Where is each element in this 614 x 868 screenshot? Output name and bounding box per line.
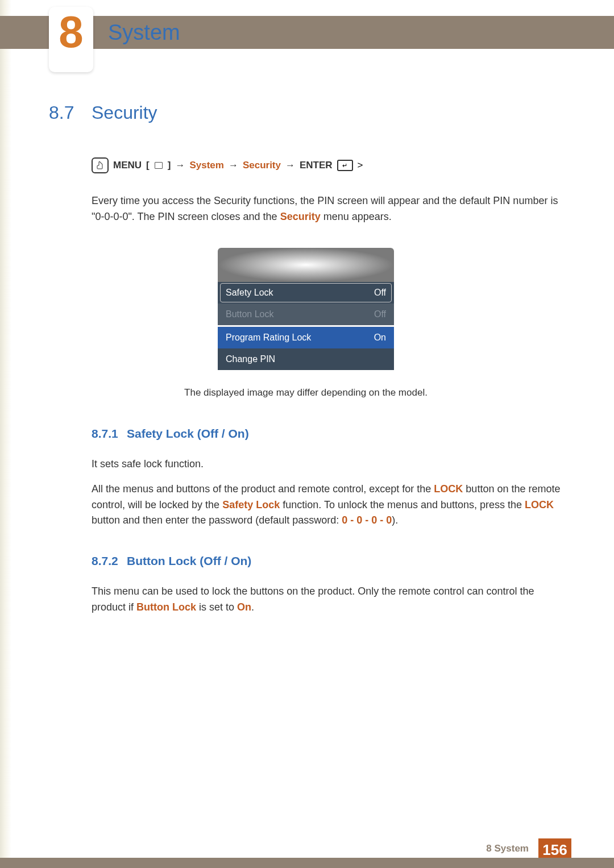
enter-icon: ↵ [337, 160, 353, 171]
accent-text: LOCK [434, 483, 463, 495]
accent-text: Button Lock [136, 601, 196, 613]
subsection-heading: 8.7.2Button Lock (Off / On) [92, 554, 563, 568]
menu-caption: The displayed image may differ depending… [49, 387, 563, 398]
accent-text: On [237, 601, 251, 613]
subsection-8-7-1: 8.7.1Safety Lock (Off / On)It sets safe … [92, 427, 563, 529]
accent-text: 0 - 0 - 0 - 0 [342, 514, 392, 526]
breadcrumb-arrow-3: → [285, 160, 295, 171]
intro-suffix: menu appears. [321, 211, 392, 222]
chapter-title: System [108, 20, 180, 45]
menu-item-label: Program Rating Lock [226, 333, 311, 343]
breadcrumb-arrow-2: → [229, 160, 238, 171]
content-area: 8.7 Security MENU [ ] → System → Securit… [49, 102, 563, 641]
breadcrumb-enter: ENTER [300, 160, 333, 171]
menu-item-button-lock: Button LockOff [218, 304, 394, 325]
section-title: Security [92, 102, 157, 123]
menu-item-value: Off [374, 288, 386, 298]
intro-accent: Security [280, 211, 321, 222]
menu-item-value: Off [374, 309, 386, 319]
subsection-number: 8.7.2 [92, 554, 127, 568]
section-heading: 8.7 Security [49, 102, 563, 123]
subsection-paragraph: It sets safe lock function. [92, 456, 563, 472]
menu-item-label: Safety Lock [226, 288, 273, 298]
menu-item-label: Button Lock [226, 309, 274, 319]
breadcrumb-open-bracket: [ [146, 160, 150, 171]
footer-bar [0, 858, 614, 868]
intro-paragraph: Every time you access the Security funct… [92, 193, 563, 225]
subsection-title: Safety Lock (Off / On) [127, 427, 249, 441]
accent-text: LOCK [525, 499, 554, 510]
breadcrumb-nav: MENU [ ] → System → Security → ENTER ↵ > [92, 157, 563, 173]
chapter-number: 8 [59, 10, 83, 54]
breadcrumb-gt: > [358, 160, 363, 171]
subsection-paragraph: All the menus and buttons of the product… [92, 481, 563, 529]
subsection-paragraph: This menu can be used to lock the button… [92, 584, 563, 616]
subsection-title: Button Lock (Off / On) [127, 554, 251, 568]
menu-glow [218, 248, 394, 282]
page-container: 8 System 8.7 Security MENU [ ] → System … [0, 0, 614, 868]
breadcrumb-system: System [189, 160, 223, 171]
menu-item-value: On [374, 333, 386, 343]
accent-text: Safety Lock [222, 499, 280, 510]
menu-item-program-rating-lock: Program Rating LockOn [218, 327, 394, 348]
footer-label: 8 System [486, 843, 529, 854]
breadcrumb-menu: MENU [113, 160, 142, 171]
menu-item-change-pin: Change PIN [218, 348, 394, 370]
breadcrumb-security: Security [243, 160, 281, 171]
menu-key-icon [155, 162, 163, 169]
chapter-tab: 8 [49, 7, 93, 72]
section-number: 8.7 [49, 102, 92, 123]
subsection-number: 8.7.1 [92, 427, 127, 441]
breadcrumb-close-bracket: ] [168, 160, 171, 171]
menu-item-label: Change PIN [226, 354, 275, 364]
menu-item-safety-lock: Safety LockOff [218, 282, 394, 304]
menu-screenshot: Safety LockOffButton LockOffProgram Rati… [218, 248, 394, 370]
hand-icon [92, 157, 109, 173]
subsection-heading: 8.7.1Safety Lock (Off / On) [92, 427, 563, 441]
subsection-8-7-2: 8.7.2Button Lock (Off / On)This menu can… [92, 554, 563, 616]
left-edge-decoration [0, 0, 11, 868]
breadcrumb-arrow-1: → [175, 160, 185, 171]
